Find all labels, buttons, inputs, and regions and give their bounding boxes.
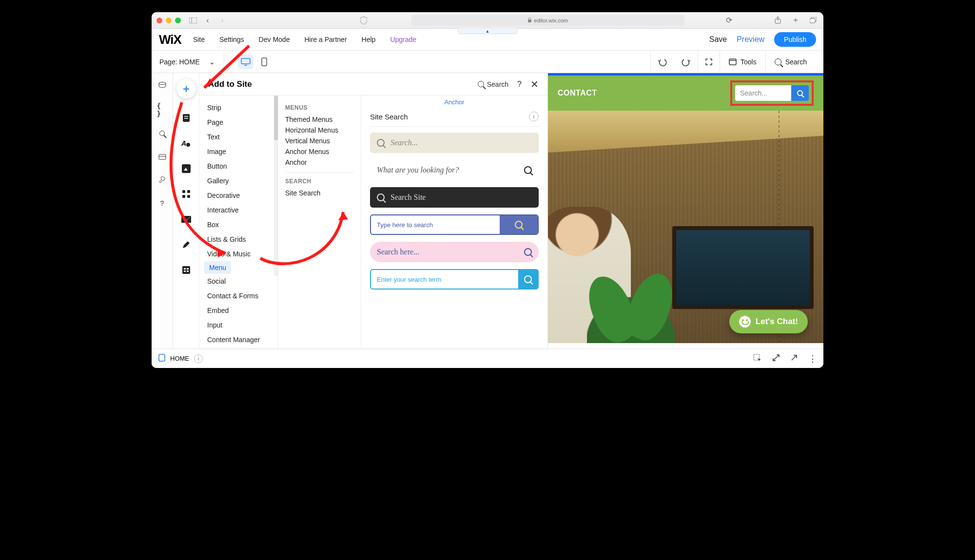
cat-box[interactable]: Box [199, 217, 278, 232]
add-element-button[interactable]: ＋ [176, 79, 196, 98]
pages-icon[interactable] [180, 112, 192, 124]
cat-button[interactable]: Button [199, 159, 278, 174]
close-window[interactable] [156, 18, 162, 23]
preview-button[interactable]: Preview [737, 35, 764, 44]
cat-contact[interactable]: Contact & Forms [199, 289, 278, 303]
sub-vertical-menus[interactable]: Vertical Menus [285, 135, 354, 146]
bottom-page-name[interactable]: HOME [170, 355, 189, 362]
cat-content-manager[interactable]: Content Manager [199, 332, 278, 347]
cat-gallery[interactable]: Gallery [199, 174, 278, 188]
menu-upgrade[interactable]: Upgrade [390, 36, 416, 43]
publish-button[interactable]: Publish [774, 32, 816, 47]
redo-button[interactable] [674, 51, 698, 73]
minimize-window[interactable] [166, 18, 172, 23]
chat-label: Let's Chat! [756, 317, 798, 327]
info-icon[interactable]: i [529, 112, 539, 121]
undo-button[interactable] [650, 51, 674, 73]
cat-strip[interactable]: Strip [199, 100, 278, 115]
cat-menu[interactable]: Menu [204, 261, 231, 274]
more-icon[interactable]: ⋮ [808, 353, 817, 364]
search-rail-icon[interactable] [157, 128, 168, 138]
sub-site-search[interactable]: Site Search [285, 188, 354, 198]
reload-icon[interactable]: ⟳ [723, 16, 734, 25]
layers-icon[interactable] [157, 151, 168, 162]
cat-embed[interactable]: Embed [199, 303, 278, 318]
browser-chrome: ‹ › editor.wix.com ⟳ ＋ [152, 12, 823, 29]
back-button[interactable]: ‹ [202, 16, 213, 25]
select-tool-icon[interactable] [753, 354, 761, 364]
desktop-view-icon[interactable] [238, 55, 254, 69]
search-variant-6[interactable]: Enter your search term [370, 269, 539, 290]
menu-help[interactable]: Help [362, 36, 376, 43]
tabs-icon[interactable] [808, 16, 819, 25]
expand-handle[interactable]: ▲ [458, 28, 517, 34]
site-search-button[interactable] [791, 85, 809, 101]
blog-icon[interactable] [180, 239, 192, 251]
menu-site[interactable]: Site [193, 36, 205, 43]
bottom-info-icon[interactable]: i [194, 354, 203, 363]
search-button[interactable]: Search [765, 51, 816, 73]
site-search-input[interactable]: Search... [735, 85, 791, 101]
cat-input[interactable]: Input [199, 318, 278, 332]
panel-search[interactable]: Search [478, 80, 508, 88]
scrollbar-thumb[interactable] [274, 96, 278, 140]
expand-icon[interactable] [772, 354, 780, 363]
menu-devmode[interactable]: Dev Mode [259, 36, 290, 43]
category-list[interactable]: Strip Page Text Image Button Gallery Dec… [199, 96, 278, 348]
page-icon[interactable] [158, 354, 165, 363]
store-icon[interactable] [180, 264, 192, 276]
mail-icon[interactable] [180, 213, 192, 225]
sub-themed-menus[interactable]: Themed Menus [285, 114, 354, 125]
menu-settings[interactable]: Settings [219, 36, 244, 43]
site-header[interactable]: CONTACT Search... [548, 76, 823, 111]
panel-close-icon[interactable]: ✕ [530, 78, 539, 90]
search-variant-3[interactable]: Search Site [370, 187, 539, 208]
share-icon[interactable] [773, 16, 783, 25]
cat-image[interactable]: Image [199, 144, 278, 159]
site-canvas[interactable]: CONTACT Search... Let's Chat! [548, 73, 823, 348]
tools-rail-icon[interactable] [157, 174, 168, 185]
cat-social[interactable]: Social [199, 274, 278, 289]
page-selector[interactable]: Page: HOME ⌄ [159, 51, 224, 73]
save-button[interactable]: Save [709, 35, 727, 44]
cat-decorative[interactable]: Decorative [199, 188, 278, 203]
open-icon[interactable] [791, 354, 798, 363]
search-variant-1[interactable]: Search... [370, 133, 539, 153]
tools-button[interactable]: Tools [720, 51, 765, 73]
privacy-shield-icon[interactable] [358, 16, 369, 25]
background-icon[interactable] [180, 163, 192, 174]
maximize-window[interactable] [175, 18, 181, 23]
zoom-out-icon[interactable] [698, 51, 720, 73]
anchor-link[interactable]: Anchor [370, 98, 539, 106]
help-rail-icon[interactable]: ? [157, 198, 168, 209]
sub-anchor-menus[interactable]: Anchor Menus [285, 146, 354, 157]
menu-hire[interactable]: Hire a Partner [304, 36, 347, 43]
wix-logo[interactable]: WiX [159, 32, 181, 47]
traffic-lights[interactable] [156, 18, 181, 23]
database-icon[interactable] [157, 81, 168, 92]
search-variant-2[interactable]: What are you looking for? [370, 160, 539, 180]
sub-anchor[interactable]: Anchor [285, 157, 354, 168]
mobile-view-icon[interactable] [256, 55, 272, 69]
hero-image[interactable]: Let's Chat! [548, 111, 823, 343]
new-tab-icon[interactable]: ＋ [790, 16, 801, 25]
page-name: HOME [179, 58, 199, 66]
sub-horizontal-menus[interactable]: Horizontal Menus [285, 125, 354, 135]
cat-video[interactable]: Video & Music [199, 247, 278, 261]
cat-page[interactable]: Page [199, 115, 278, 130]
cat-lists[interactable]: Lists & Grids [199, 232, 278, 247]
url-bar[interactable]: editor.wix.com [411, 15, 684, 26]
cat-blog[interactable]: Blog [199, 347, 278, 348]
theme-icon[interactable]: A [180, 137, 192, 149]
cat-interactive[interactable]: Interactive [199, 203, 278, 217]
cat-text[interactable]: Text [199, 130, 278, 144]
search-variant-5[interactable]: Search here... [370, 242, 539, 262]
chat-widget[interactable]: Let's Chat! [729, 310, 808, 333]
sidebar-toggle-icon[interactable] [188, 16, 198, 25]
panel-help-icon[interactable]: ? [517, 80, 522, 89]
forward-button[interactable]: › [217, 16, 228, 25]
nav-contact[interactable]: CONTACT [558, 89, 597, 97]
code-icon[interactable]: { } [157, 104, 168, 115]
apps-icon[interactable] [180, 188, 192, 200]
search-variant-4[interactable]: Type here to search [370, 214, 539, 235]
